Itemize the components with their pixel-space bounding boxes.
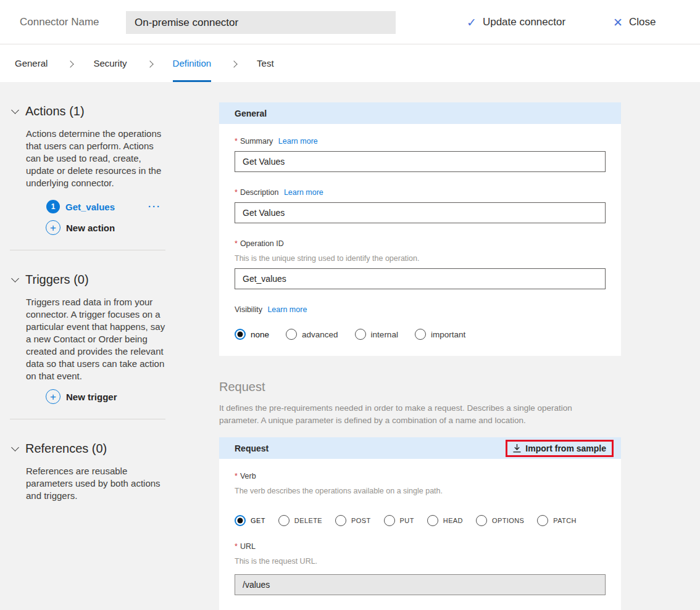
radio-icon [235, 329, 246, 340]
sidebar-divider [10, 419, 165, 419]
triggers-section-header[interactable]: Triggers (0) [12, 273, 219, 287]
required-marker: * [235, 188, 238, 197]
radio-icon [427, 515, 438, 526]
update-connector-button[interactable]: ✓ Update connector [467, 0, 565, 44]
new-action-button[interactable]: + New action [46, 220, 219, 235]
description-input[interactable] [235, 202, 606, 223]
operation-id-hint: This is the unique string used to identi… [235, 254, 606, 263]
verb-radio-delete[interactable]: DELETE [278, 515, 322, 526]
references-section-header[interactable]: References (0) [12, 442, 219, 456]
verb-field: *Verb The verb describes the operations … [235, 472, 606, 526]
visibility-field: Visibility Learn more none advanced inte… [235, 305, 606, 340]
sidebar-divider [10, 250, 165, 250]
new-action-label: New action [66, 223, 115, 233]
close-icon: ✕ [613, 17, 623, 28]
general-card-header: General [219, 102, 621, 124]
connector-name-label: Connector Name [20, 0, 99, 44]
request-card-header: Request Import from sample [219, 437, 621, 459]
plus-icon: + [46, 220, 60, 235]
request-section-description: It defines the pre-requirements needed i… [219, 402, 605, 427]
summary-learn-more-link[interactable]: Learn more [278, 137, 318, 146]
visibility-learn-more-link[interactable]: Learn more [267, 305, 307, 314]
action-item-label: Get_values [65, 202, 115, 212]
triggers-description: Triggers read data in from your connecto… [26, 296, 170, 382]
tab-security[interactable]: Security [93, 44, 127, 82]
radio-icon [335, 515, 346, 526]
tab-definition[interactable]: Definition [173, 44, 212, 82]
general-card-title: General [235, 109, 267, 118]
references-title: References (0) [25, 442, 107, 456]
request-card-title: Request [235, 443, 269, 453]
url-field: *URL This is the request URL. [235, 542, 606, 595]
action-item-get-values[interactable]: 1 Get_values ··· [46, 200, 161, 213]
summary-label: Summary [240, 137, 273, 146]
update-connector-label: Update connector [483, 16, 565, 28]
radio-icon [355, 329, 366, 340]
chevron-right-icon [146, 60, 153, 67]
radio-icon [537, 515, 548, 526]
plus-icon: + [46, 389, 60, 404]
new-trigger-label: New trigger [66, 392, 117, 402]
verb-radio-group: GET DELETE POST PUT [235, 515, 606, 526]
chevron-right-icon [230, 60, 237, 67]
general-card-body: *Summary Learn more *Description Learn m… [219, 124, 621, 356]
radio-icon [476, 515, 487, 526]
chevron-down-icon [11, 274, 19, 282]
request-card: Request Import from sample *Verb The ver… [219, 437, 621, 610]
request-card-body: *Verb The verb describes the operations … [219, 459, 621, 610]
action-count-badge: 1 [46, 200, 60, 213]
verb-radio-put[interactable]: PUT [384, 515, 414, 526]
url-label: URL [240, 542, 256, 551]
operation-id-label: Operation ID [240, 239, 284, 248]
verb-radio-patch[interactable]: PATCH [537, 515, 577, 526]
description-learn-more-link[interactable]: Learn more [284, 188, 323, 197]
actions-title: Actions (1) [25, 104, 85, 118]
radio-icon [278, 515, 290, 526]
summary-input[interactable] [235, 151, 606, 172]
visibility-radio-none[interactable]: none [235, 329, 269, 340]
verb-radio-options[interactable]: OPTIONS [476, 515, 524, 526]
operation-id-field: *Operation ID This is the unique string … [235, 239, 606, 289]
triggers-title: Triggers (0) [25, 273, 89, 287]
verb-radio-get[interactable]: GET [235, 515, 265, 526]
close-button[interactable]: ✕ Close [613, 0, 656, 44]
visibility-radio-internal[interactable]: internal [355, 329, 398, 340]
summary-field: *Summary Learn more [235, 137, 606, 172]
verb-radio-post[interactable]: POST [335, 515, 371, 526]
required-marker: * [235, 542, 238, 551]
check-icon: ✓ [467, 17, 477, 28]
actions-section-header[interactable]: Actions (1) [12, 104, 219, 118]
chevron-down-icon [11, 106, 19, 114]
description-label: Description [240, 188, 279, 197]
verb-hint: The verb describes the operations availa… [235, 487, 606, 495]
definition-sidebar: Actions (1) Actions determine the operat… [0, 82, 219, 502]
tab-general[interactable]: General [15, 44, 48, 82]
new-trigger-button[interactable]: + New trigger [46, 389, 219, 404]
radio-icon [235, 515, 246, 526]
required-marker: * [235, 239, 238, 248]
top-bar: Connector Name ✓ Update connector ✕ Clos… [0, 0, 700, 44]
radio-icon [286, 329, 297, 340]
radio-icon [415, 329, 426, 340]
visibility-label: Visibility [235, 305, 262, 314]
connector-name-input[interactable] [126, 11, 396, 34]
verb-label: Verb [240, 472, 256, 480]
url-hint: This is the request URL. [235, 557, 606, 566]
operation-id-input[interactable] [235, 268, 606, 289]
general-card: General *Summary Learn more *Description… [219, 102, 621, 356]
required-marker: * [235, 472, 238, 480]
visibility-radio-important[interactable]: important [415, 329, 465, 340]
definition-main-panel: General *Summary Learn more *Description… [219, 82, 621, 610]
more-options-icon[interactable]: ··· [148, 204, 161, 209]
verb-radio-head[interactable]: HEAD [427, 515, 463, 526]
visibility-radio-group: none advanced internal important [235, 329, 606, 340]
download-icon [513, 444, 521, 453]
description-field: *Description Learn more [235, 188, 606, 223]
chevron-down-icon [11, 443, 19, 451]
url-input[interactable] [235, 574, 606, 595]
tab-test[interactable]: Test [257, 44, 274, 82]
visibility-radio-advanced[interactable]: advanced [286, 329, 338, 340]
import-from-sample-button[interactable]: Import from sample [506, 440, 614, 457]
chevron-right-icon [67, 60, 74, 67]
close-label: Close [629, 16, 656, 28]
